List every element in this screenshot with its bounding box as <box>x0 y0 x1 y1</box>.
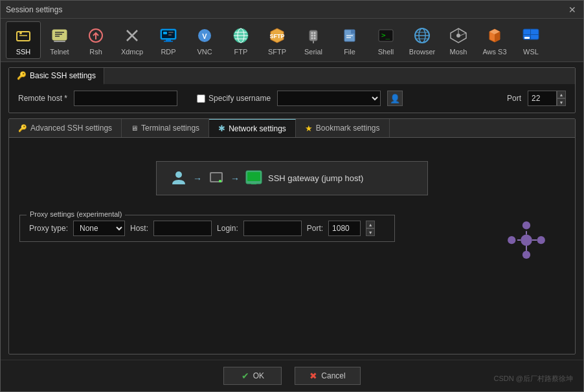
svg-point-2 <box>19 32 22 34</box>
protocol-rdp[interactable]: RDP <box>151 21 186 59</box>
protocol-telnet[interactable]: Telnet <box>42 21 77 59</box>
cancel-label: Cancel <box>321 371 345 380</box>
svg-rect-63 <box>247 172 260 181</box>
serial-icon <box>303 25 324 46</box>
user-icon-button[interactable]: 👤 <box>387 91 403 106</box>
ssh-gateway-button[interactable]: → → <box>156 161 428 195</box>
proxy-legend: Proxy settings (experimental) <box>27 210 125 218</box>
protocol-vnc[interactable]: V VNC <box>187 21 222 59</box>
aws-s3-label: Aws S3 <box>482 48 506 56</box>
proxy-login-input[interactable] <box>243 221 302 236</box>
port-input[interactable] <box>528 91 557 106</box>
telnet-label: Telnet <box>50 48 69 56</box>
remote-host-input[interactable] <box>74 91 177 106</box>
svg-rect-56 <box>523 34 539 35</box>
protocol-ftp[interactable]: FTP <box>223 21 258 59</box>
user-icon: 👤 <box>390 94 400 103</box>
svg-text:>_: >_ <box>381 31 390 39</box>
proxy-port-increment[interactable]: ▲ <box>366 221 375 228</box>
protocol-aws-s3[interactable]: Aws S3 <box>477 21 512 59</box>
cancel-button[interactable]: ✖ Cancel <box>295 367 360 385</box>
svg-text:V: V <box>202 32 207 40</box>
svg-point-30 <box>314 32 316 34</box>
serial-label: Serial <box>304 48 322 56</box>
basic-ssh-tab[interactable]: 🔑 Basic SSH settings <box>9 68 104 85</box>
mosh-icon <box>448 25 469 46</box>
specify-username-checkbox[interactable] <box>197 94 205 103</box>
bookmark-star-icon: ★ <box>305 124 313 133</box>
port-increment[interactable]: ▲ <box>557 91 566 98</box>
vnc-label: VNC <box>197 48 212 56</box>
network-icon: ✱ <box>218 124 225 133</box>
ftp-icon <box>230 25 251 46</box>
telnet-icon <box>49 25 70 46</box>
svg-point-65 <box>521 234 532 246</box>
port-label: Port <box>507 94 521 103</box>
svg-rect-3 <box>52 30 67 40</box>
proxy-port-label: Port: <box>307 224 323 233</box>
ssh-label: SSH <box>16 48 31 56</box>
proxy-port-input[interactable] <box>328 221 361 236</box>
aws-s3-icon <box>484 25 505 46</box>
rsh-label: Rsh <box>89 48 102 56</box>
protocol-serial[interactable]: Serial <box>296 21 331 59</box>
port-spinner: ▲ ▼ <box>557 91 566 106</box>
basic-ssh-panel: 🔑 Basic SSH settings Remote host * Speci… <box>8 67 576 113</box>
cancel-icon: ✖ <box>309 371 317 381</box>
xdmcp-label: Xdmcp <box>121 48 143 56</box>
proxy-type-select[interactable]: None HTTP SOCKS4 SOCKS5 <box>73 221 125 236</box>
svg-point-34 <box>314 37 316 39</box>
protocol-xdmcp[interactable]: Xdmcp <box>115 21 150 59</box>
proxy-settings-group: Proxy settings (experimental) Proxy type… <box>19 215 395 242</box>
close-button[interactable]: ✕ <box>567 4 578 16</box>
ok-icon: ✔ <box>241 371 249 381</box>
proxy-port-decrement[interactable]: ▼ <box>366 228 375 236</box>
protocol-file[interactable]: File <box>332 21 367 59</box>
browser-label: Browser <box>409 48 435 56</box>
file-icon <box>339 25 360 46</box>
sftp-label: SFTP <box>268 48 286 56</box>
username-select[interactable] <box>277 91 381 106</box>
terminal-settings-tab[interactable]: 🖥 Terminal settings <box>122 119 209 137</box>
protocol-sftp[interactable]: SFTP SFTP <box>260 21 295 59</box>
proxy-port-spinner: ▲ ▼ <box>366 221 375 236</box>
svg-point-67 <box>537 236 545 244</box>
ftp-label: FTP <box>234 48 248 56</box>
protocol-rsh[interactable]: Rsh <box>78 21 113 59</box>
basic-ssh-tab-icon: 🔑 <box>17 71 27 80</box>
port-row: ▲ ▼ <box>528 91 566 106</box>
specify-username-label: Specify username <box>208 94 271 103</box>
bottom-bar: ✔ OK ✖ Cancel CSDN @后厂村路蔡徐坤 <box>1 360 583 391</box>
shell-icon: >_ <box>376 25 396 46</box>
main-content: 🔑 Basic SSH settings Remote host * Speci… <box>1 62 583 360</box>
advanced-ssh-tab[interactable]: 🔑 Advanced SSH settings <box>9 119 122 137</box>
protocol-browser[interactable]: Browser <box>405 21 440 59</box>
protocol-ssh[interactable]: SSH <box>6 21 41 59</box>
basic-panel-content: Remote host * Specify username 👤 Port <box>9 84 575 113</box>
gateway-server-icon <box>207 168 225 188</box>
wsl-icon <box>521 25 541 46</box>
shell-label: Shell <box>378 48 394 56</box>
gateway-arrow-2: → <box>230 173 240 184</box>
ok-button[interactable]: ✔ OK <box>223 367 282 385</box>
window-title: Session settings <box>6 5 62 14</box>
protocol-wsl[interactable]: WSL <box>513 21 548 59</box>
svg-point-61 <box>219 180 221 182</box>
session-settings-window: Session settings ✕ SSH <box>0 0 584 392</box>
proxy-host-input[interactable] <box>153 221 212 236</box>
watermark: CSDN @后厂村路蔡徐坤 <box>494 374 573 384</box>
port-decrement[interactable]: ▼ <box>557 98 566 106</box>
file-label: File <box>344 48 355 56</box>
network-settings-tab[interactable]: ✱ Network settings <box>209 119 296 137</box>
protocol-shell[interactable]: >_ Shell <box>368 21 403 59</box>
ok-label: OK <box>253 371 264 380</box>
gateway-user-icon <box>170 168 188 188</box>
vnc-icon: V <box>194 25 215 46</box>
svg-point-33 <box>311 37 313 39</box>
ssh-icon <box>13 25 34 46</box>
network-decoration <box>504 217 549 265</box>
svg-point-32 <box>314 34 316 36</box>
protocol-mosh[interactable]: Mosh <box>441 21 476 59</box>
bookmark-settings-tab[interactable]: ★ Bookmark settings <box>296 119 390 137</box>
basic-ssh-tab-label: Basic SSH settings <box>30 71 96 80</box>
